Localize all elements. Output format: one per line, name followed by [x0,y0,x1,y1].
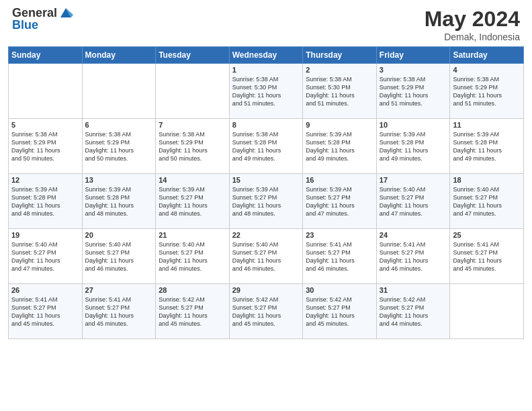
calendar-cell: 1Sunrise: 5:38 AMSunset: 5:30 PMDaylight… [229,64,303,119]
day-number: 31 [380,286,447,294]
day-info: Sunrise: 5:40 AMSunset: 5:27 PMDaylight:… [380,185,447,218]
day-number: 23 [306,231,373,239]
day-number: 2 [306,66,373,74]
calendar-cell: 18Sunrise: 5:40 AMSunset: 5:27 PMDayligh… [450,174,524,229]
day-number: 8 [232,121,300,129]
logo-blue: Blue [12,19,73,32]
day-info: Sunrise: 5:38 AMSunset: 5:29 PMDaylight:… [85,130,153,163]
day-number: 15 [232,176,300,184]
calendar-cell: 10Sunrise: 5:39 AMSunset: 5:28 PMDayligh… [376,119,450,174]
calendar-table: Sunday Monday Tuesday Wednesday Thursday… [8,46,524,339]
day-info: Sunrise: 5:42 AMSunset: 5:27 PMDaylight:… [380,295,447,328]
calendar-cell [450,284,524,339]
day-number: 6 [85,121,153,129]
day-info: Sunrise: 5:38 AMSunset: 5:29 PMDaylight:… [453,75,521,108]
calendar-cell [9,64,83,119]
day-info: Sunrise: 5:41 AMSunset: 5:27 PMDaylight:… [11,295,79,328]
day-number: 1 [232,66,300,74]
day-info: Sunrise: 5:41 AMSunset: 5:27 PMDaylight:… [453,240,521,273]
calendar-cell: 12Sunrise: 5:39 AMSunset: 5:28 PMDayligh… [9,174,83,229]
calendar-cell: 13Sunrise: 5:39 AMSunset: 5:28 PMDayligh… [82,174,156,229]
calendar-cell: 19Sunrise: 5:40 AMSunset: 5:27 PMDayligh… [9,229,83,284]
day-info: Sunrise: 5:42 AMSunset: 5:27 PMDaylight:… [306,295,373,328]
day-info: Sunrise: 5:42 AMSunset: 5:27 PMDaylight:… [232,295,300,328]
day-info: Sunrise: 5:41 AMSunset: 5:27 PMDaylight:… [306,240,373,273]
header: General Blue May 2024 Demak, Indonesia [0,0,532,46]
day-info: Sunrise: 5:38 AMSunset: 5:28 PMDaylight:… [232,130,300,163]
day-number: 19 [11,231,79,239]
day-info: Sunrise: 5:41 AMSunset: 5:27 PMDaylight:… [85,295,153,328]
header-thursday: Thursday [303,47,377,64]
calendar-cell: 30Sunrise: 5:42 AMSunset: 5:27 PMDayligh… [303,284,377,339]
page: General Blue May 2024 Demak, Indonesia S… [0,0,532,411]
header-monday: Monday [82,47,156,64]
day-info: Sunrise: 5:39 AMSunset: 5:28 PMDaylight:… [85,185,153,218]
calendar-cell: 3Sunrise: 5:38 AMSunset: 5:29 PMDaylight… [376,64,450,119]
day-number: 29 [232,286,300,294]
calendar-week-1: 1Sunrise: 5:38 AMSunset: 5:30 PMDaylight… [9,64,524,119]
day-info: Sunrise: 5:38 AMSunset: 5:30 PMDaylight:… [306,75,373,108]
title-month: May 2024 [425,7,520,32]
day-number: 30 [306,286,373,294]
day-info: Sunrise: 5:38 AMSunset: 5:29 PMDaylight:… [159,130,226,163]
calendar-cell: 16Sunrise: 5:39 AMSunset: 5:27 PMDayligh… [303,174,377,229]
calendar-cell: 15Sunrise: 5:39 AMSunset: 5:27 PMDayligh… [229,174,303,229]
calendar: Sunday Monday Tuesday Wednesday Thursday… [8,46,524,339]
day-number: 28 [159,286,226,294]
day-number: 20 [85,231,153,239]
day-number: 17 [380,176,447,184]
logo-icon [58,5,73,20]
calendar-cell: 4Sunrise: 5:38 AMSunset: 5:29 PMDaylight… [450,64,524,119]
day-number: 16 [306,176,373,184]
day-info: Sunrise: 5:40 AMSunset: 5:27 PMDaylight:… [85,240,153,273]
calendar-cell: 24Sunrise: 5:41 AMSunset: 5:27 PMDayligh… [376,229,450,284]
day-number: 22 [232,231,300,239]
header-friday: Friday [376,47,450,64]
calendar-cell: 25Sunrise: 5:41 AMSunset: 5:27 PMDayligh… [450,229,524,284]
header-sunday: Sunday [9,47,83,64]
calendar-cell: 9Sunrise: 5:39 AMSunset: 5:28 PMDaylight… [303,119,377,174]
calendar-cell [156,64,230,119]
day-info: Sunrise: 5:42 AMSunset: 5:27 PMDaylight:… [159,295,226,328]
calendar-cell: 5Sunrise: 5:38 AMSunset: 5:29 PMDaylight… [9,119,83,174]
calendar-cell: 17Sunrise: 5:40 AMSunset: 5:27 PMDayligh… [376,174,450,229]
calendar-cell: 28Sunrise: 5:42 AMSunset: 5:27 PMDayligh… [156,284,230,339]
calendar-cell [82,64,156,119]
day-info: Sunrise: 5:39 AMSunset: 5:27 PMDaylight:… [306,185,373,218]
day-number: 12 [11,176,79,184]
day-number: 18 [453,176,521,184]
day-info: Sunrise: 5:39 AMSunset: 5:27 PMDaylight:… [159,185,226,218]
calendar-cell: 14Sunrise: 5:39 AMSunset: 5:27 PMDayligh… [156,174,230,229]
day-number: 27 [85,286,153,294]
title-location: Demak, Indonesia [425,32,520,42]
calendar-cell: 23Sunrise: 5:41 AMSunset: 5:27 PMDayligh… [303,229,377,284]
header-tuesday: Tuesday [156,47,230,64]
day-number: 5 [11,121,79,129]
day-number: 25 [453,231,521,239]
day-info: Sunrise: 5:39 AMSunset: 5:28 PMDaylight:… [306,130,373,163]
calendar-cell: 21Sunrise: 5:40 AMSunset: 5:27 PMDayligh… [156,229,230,284]
day-number: 13 [85,176,153,184]
day-info: Sunrise: 5:39 AMSunset: 5:27 PMDaylight:… [232,185,300,218]
day-number: 14 [159,176,226,184]
calendar-week-3: 12Sunrise: 5:39 AMSunset: 5:28 PMDayligh… [9,174,524,229]
calendar-week-2: 5Sunrise: 5:38 AMSunset: 5:29 PMDaylight… [9,119,524,174]
day-number: 21 [159,231,226,239]
day-number: 3 [380,66,447,74]
logo: General Blue [12,7,73,32]
day-number: 11 [453,121,521,129]
day-info: Sunrise: 5:40 AMSunset: 5:27 PMDaylight:… [159,240,226,273]
day-info: Sunrise: 5:39 AMSunset: 5:28 PMDaylight:… [11,185,79,218]
day-header-row: Sunday Monday Tuesday Wednesday Thursday… [9,47,524,64]
day-number: 7 [159,121,226,129]
header-saturday: Saturday [450,47,524,64]
calendar-cell: 31Sunrise: 5:42 AMSunset: 5:27 PMDayligh… [376,284,450,339]
calendar-cell: 2Sunrise: 5:38 AMSunset: 5:30 PMDaylight… [303,64,377,119]
day-number: 24 [380,231,447,239]
calendar-cell: 7Sunrise: 5:38 AMSunset: 5:29 PMDaylight… [156,119,230,174]
day-info: Sunrise: 5:40 AMSunset: 5:27 PMDaylight:… [11,240,79,273]
day-info: Sunrise: 5:38 AMSunset: 5:29 PMDaylight:… [380,75,447,108]
calendar-cell: 6Sunrise: 5:38 AMSunset: 5:29 PMDaylight… [82,119,156,174]
day-number: 26 [11,286,79,294]
day-number: 9 [306,121,373,129]
